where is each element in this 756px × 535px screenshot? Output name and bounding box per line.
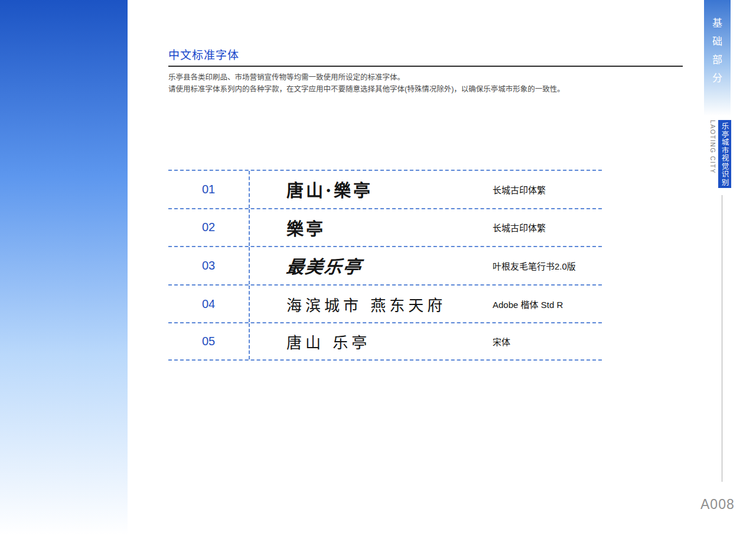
- section-tab: 基 础 部 分: [704, 0, 731, 116]
- font-name-label: 叶根友毛笔行书2.0版: [493, 247, 602, 284]
- row-number: 04: [168, 286, 250, 323]
- font-sample-text: 海滨城市 燕东天府: [250, 286, 493, 323]
- font-specimen-table: 01唐山·樂亭长城古印体繁02樂亭长城古印体繁03最美乐亭叶根友毛笔行书2.0版…: [168, 170, 602, 361]
- row-number: 05: [168, 323, 250, 359]
- section-title-char: 分: [712, 73, 722, 83]
- font-table-row: 02樂亭长城古印体繁: [168, 208, 602, 247]
- page-title: 中文标准字体: [168, 46, 239, 62]
- vi-identity-box: 乐亭城市视觉识别: [718, 120, 731, 188]
- font-sample-text: 最美乐亭: [248, 247, 495, 284]
- font-name-label: 宋体: [493, 323, 602, 359]
- page-code: A008: [700, 497, 735, 513]
- row-number: 02: [168, 209, 250, 247]
- row-number: 03: [168, 247, 250, 284]
- font-sample-text: 唐山·樂亭: [250, 171, 493, 208]
- font-table-row: 04海滨城市 燕东天府Adobe 楷体 Std R: [168, 284, 602, 323]
- left-gradient-panel: [0, 0, 128, 535]
- section-title-char: 基: [712, 18, 722, 28]
- font-table-row: 05唐山 乐亭宋体: [168, 322, 602, 361]
- row-number: 01: [168, 171, 250, 208]
- intro-line-2: 请使用标准字体系列内的各种字款，在文字应用中不要随意选择其他字体(特殊情况除外)…: [168, 84, 594, 96]
- section-title-char: 础: [712, 37, 722, 47]
- font-table-row: 01唐山·樂亭长城古印体繁: [168, 170, 602, 208]
- font-table-row: 03最美乐亭叶根友毛笔行书2.0版: [168, 246, 602, 284]
- section-title-char: 部: [712, 55, 722, 65]
- intro-paragraph: 乐亭县各类印刷品、市场营销宣传物等均需一致使用所设定的标准字体。 请使用标准字体…: [168, 72, 594, 95]
- font-sample-text: 唐山 乐亭: [250, 323, 493, 359]
- vertical-divider-line: [722, 195, 722, 482]
- intro-line-1: 乐亭县各类印刷品、市场营销宣传物等均需一致使用所设定的标准字体。: [168, 72, 594, 84]
- font-name-label: 长城古印体繁: [493, 209, 602, 247]
- font-sample-text: 樂亭: [250, 209, 493, 247]
- font-name-label: Adobe 楷体 Std R: [493, 286, 602, 323]
- title-underline: [168, 66, 683, 67]
- font-name-label: 长城古印体繁: [493, 171, 602, 208]
